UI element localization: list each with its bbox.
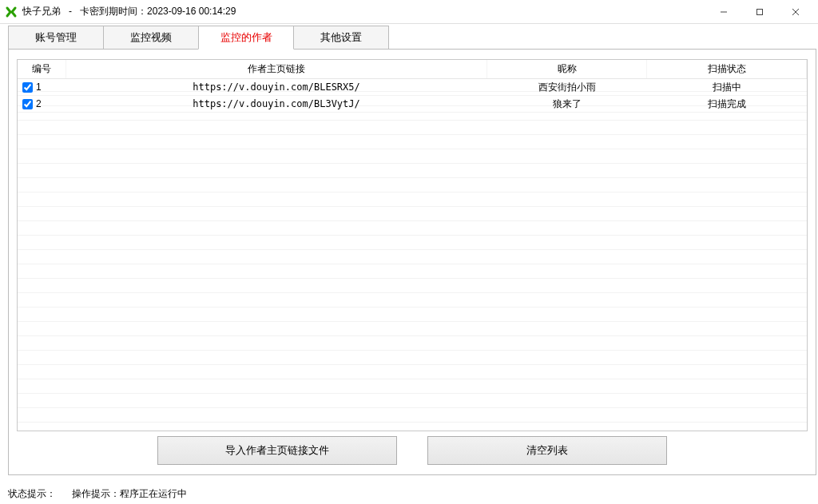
cell-index[interactable]: 1 <box>18 79 66 96</box>
cell-nickname[interactable]: 西安街拍小雨 <box>487 79 647 96</box>
status-label: 状态提示： <box>8 487 56 501</box>
titlebar: 快子兄弟 - 卡密到期时间：2023-09-16 00:14:29 <box>0 0 818 24</box>
tab-monitored-authors[interactable]: 监控的作者 <box>198 26 294 50</box>
col-index-header[interactable]: 编号 <box>18 60 66 79</box>
row-checkbox[interactable] <box>22 82 33 93</box>
cell-url[interactable]: https://v.douyin.com/BL3VytJ/ <box>66 96 487 113</box>
cell-url[interactable]: https://v.douyin.com/BLESRX5/ <box>66 79 487 96</box>
maximize-button[interactable] <box>741 1 777 23</box>
minimize-button[interactable] <box>705 1 741 23</box>
tab-other-settings[interactable]: 其他设置 <box>293 26 389 50</box>
status-hint-label: 操作提示： <box>72 487 120 501</box>
tab-account-management[interactable]: 账号管理 <box>8 26 104 50</box>
row-checkbox[interactable] <box>22 99 33 109</box>
main-frame: 账号管理 监控视频 监控的作者 其他设置 编号 作者主页链接 昵称 扫描状态 <box>8 26 816 475</box>
col-status-header[interactable]: 扫描状态 <box>647 60 807 79</box>
authors-table[interactable]: 编号 作者主页链接 昵称 扫描状态 1https://v.douyin.com/… <box>17 59 808 431</box>
svg-rect-0 <box>756 9 762 14</box>
table-row[interactable]: 2https://v.douyin.com/BL3VytJ/狼来了扫描完成 <box>18 96 807 113</box>
cell-nickname[interactable]: 狼来了 <box>487 96 647 113</box>
cell-status[interactable]: 扫描完成 <box>647 96 807 113</box>
close-button[interactable] <box>777 1 813 23</box>
cell-status[interactable]: 扫描中 <box>647 79 807 96</box>
tab-panel: 编号 作者主页链接 昵称 扫描状态 1https://v.douyin.com/… <box>8 49 816 475</box>
import-links-button[interactable]: 导入作者主页链接文件 <box>157 436 397 465</box>
tab-monitor-video[interactable]: 监控视频 <box>103 26 199 50</box>
statusbar: 状态提示： 操作提示： 程序正在运行中 <box>0 483 818 504</box>
table-stripes <box>18 77 807 431</box>
clear-list-button[interactable]: 清空列表 <box>427 436 667 465</box>
table-row[interactable]: 1https://v.douyin.com/BLESRX5/西安街拍小雨扫描中 <box>18 79 807 96</box>
app-icon <box>5 6 18 18</box>
cell-index[interactable]: 2 <box>18 96 66 113</box>
tabstrip: 账号管理 监控视频 监控的作者 其他设置 <box>8 26 816 51</box>
col-nickname-header[interactable]: 昵称 <box>487 60 647 79</box>
col-url-header[interactable]: 作者主页链接 <box>66 60 487 79</box>
button-row: 导入作者主页链接文件 清空列表 <box>17 436 808 468</box>
window-title: 快子兄弟 - 卡密到期时间：2023-09-16 00:14:29 <box>22 5 236 18</box>
status-hint-text: 程序正在运行中 <box>120 487 187 501</box>
